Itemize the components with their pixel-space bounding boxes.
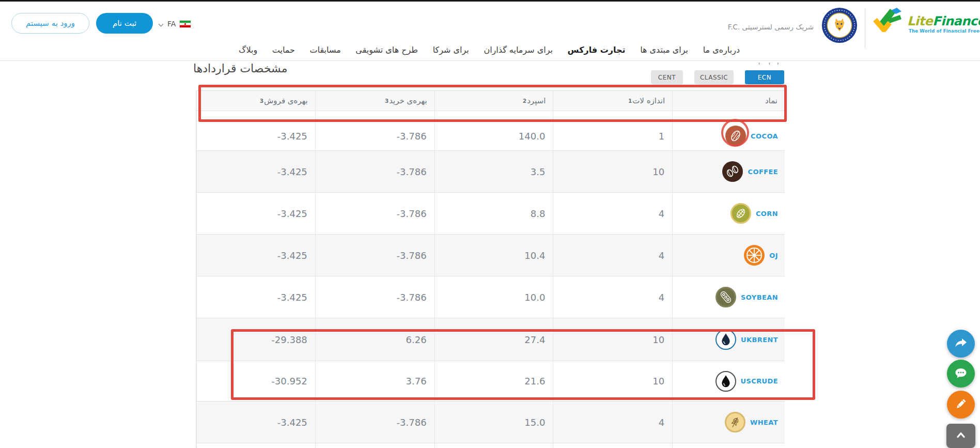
tab-cent[interactable]: CENT <box>651 70 683 84</box>
share-arrow-icon <box>954 336 968 352</box>
swap-sell-cell: -3.425 <box>196 151 315 192</box>
table-row-coffee: COFFEE 10 3.5 -3.786 -3.425 <box>196 150 785 192</box>
logo-tagline: The World of Financial Freedom <box>909 28 980 34</box>
tab-ecn[interactable]: ECN <box>745 70 784 84</box>
nav-item[interactable]: برای مبتدی ها <box>640 45 688 55</box>
account-type-tabs: CENTCLASSICECN <box>651 70 784 84</box>
spread-cell: 21.6 <box>434 361 553 401</box>
login-button[interactable]: ورود به سیستم <box>11 13 89 34</box>
partner-text: شریک رسمی لسترسیتی .F.C <box>728 23 814 31</box>
spread-cell: 8.8 <box>434 193 553 234</box>
litefinance-logo[interactable]: LiteFinance® The World of Financial Free… <box>873 7 971 34</box>
swap-sell-cell: -3.425 <box>196 276 315 318</box>
lot-size-cell: 4 <box>553 193 672 234</box>
header-divider <box>865 8 865 49</box>
oil-drop-navy-icon <box>715 329 736 350</box>
spread-cell: 10.0 <box>434 276 553 318</box>
nav-item-active[interactable]: تجارت فارکس <box>568 45 626 55</box>
symbol-link[interactable]: USCRUDE <box>741 377 779 385</box>
swap-buy-cell: -3.786 <box>315 151 434 192</box>
spread-cell: 140.0 <box>434 121 553 150</box>
swap-sell-cell: -3.425 <box>196 193 315 234</box>
column-header: اسپرد2 <box>434 91 553 111</box>
lot-size-cell: 10 <box>553 151 672 192</box>
symbol-link[interactable]: CORN <box>756 210 778 218</box>
spread-cell: 27.4 <box>434 318 553 361</box>
column-header: نماد <box>672 91 785 111</box>
logo-wordmark: LiteFinance® <box>907 14 980 28</box>
oil-drop-black-icon <box>715 371 736 392</box>
swap-buy-cell: -3.786 <box>315 121 434 150</box>
lot-size-cell: 10 <box>553 361 672 401</box>
symbol-cell: USCRUDE <box>672 361 785 401</box>
symbol-cell: CORN <box>672 193 785 234</box>
nav-item[interactable]: وبلاگ <box>239 45 257 55</box>
chat-bubble-icon <box>954 366 968 382</box>
lot-size-cell: 10 <box>553 318 672 361</box>
soybean-icon <box>715 287 736 307</box>
symbol-cell: COFFEE <box>672 151 785 192</box>
lot-size-cell: 4 <box>553 276 672 318</box>
scroll-top-button[interactable] <box>946 424 975 448</box>
table-header-row: نماداندازه لات1اسپرد2بهره‌ی خرید3بهره‌ی … <box>196 91 785 111</box>
column-header: اندازه لات1 <box>553 91 672 111</box>
lot-size-cell: 4 <box>553 401 672 443</box>
wheat-icon <box>725 412 745 432</box>
spread-cell: 15.0 <box>434 401 553 443</box>
coffee-beans-icon <box>722 161 743 182</box>
table-filter-row <box>196 111 785 121</box>
symbol-link[interactable]: COCOA <box>751 132 778 140</box>
site-header: ورود به سیستم ثبت نام FA شریک رسمی لسترس… <box>0 0 980 61</box>
table-row-partial <box>196 443 785 448</box>
pencil-icon <box>954 397 968 413</box>
edit-button[interactable] <box>947 391 975 419</box>
lot-size-cell: 1 <box>553 121 672 150</box>
nav-item[interactable]: برای شرکا <box>433 45 469 55</box>
window-top-edge <box>0 0 980 2</box>
tab-classic[interactable]: CLASSIC <box>694 70 734 84</box>
main-nav: درباره‌ی مابرای مبتدی هاتجارت فارکسبرای … <box>239 42 740 57</box>
chevron-up-icon <box>954 428 968 444</box>
symbol-link[interactable]: SOYBEAN <box>741 293 778 301</box>
language-selector[interactable]: FA <box>158 19 191 29</box>
symbol-cell: COCOA <box>672 121 785 150</box>
symbol-link[interactable]: WHEAT <box>750 419 778 426</box>
column-header: بهره‌ی فروش3 <box>196 91 315 111</box>
leicester-city-crest-icon <box>821 7 858 44</box>
table-row-uscrude: USCRUDE 10 21.6 3.76 -30.952 <box>196 361 785 401</box>
swap-sell-cell: -3.425 <box>196 235 315 276</box>
table-row-corn: CORN 4 8.8 -3.786 -3.425 <box>196 192 785 234</box>
nav-item[interactable]: حمایت <box>272 45 295 55</box>
table-row-wheat: WHEAT 4 15.0 -3.786 -3.425 <box>196 401 785 443</box>
symbol-link[interactable]: UKBRENT <box>741 336 778 344</box>
register-button[interactable]: ثبت نام <box>96 13 153 34</box>
symbol-cell: OJ <box>672 235 785 276</box>
nav-item[interactable]: برای سرمایه گذاران <box>484 45 553 55</box>
symbol-link[interactable]: COFFEE <box>748 168 778 176</box>
nav-item[interactable]: طرح های تشویقی <box>355 45 418 55</box>
section-title: مشخصات قراردادها <box>193 62 288 75</box>
swap-sell-cell: -29.388 <box>196 318 315 361</box>
swap-sell-cell: -3.425 <box>196 401 315 443</box>
swap-buy-cell: -3.786 <box>315 401 434 443</box>
symbol-cell: UKBRENT <box>672 318 785 361</box>
swap-sell-cell: -30.952 <box>196 361 315 401</box>
orange-slice-icon <box>744 245 765 266</box>
share-button[interactable] <box>947 330 975 358</box>
nav-item[interactable]: درباره‌ی ما <box>703 45 740 55</box>
clipped-heading-fragment: و ابزارهای معاملاتی <box>727 61 785 65</box>
corn-icon <box>730 203 751 224</box>
chevron-down-icon <box>158 19 164 29</box>
column-header: بهره‌ی خرید3 <box>315 91 434 111</box>
table-row-oj: OJ 4 10.4 -3.786 -3.425 <box>196 234 785 276</box>
litefinance-mark-icon <box>873 7 907 34</box>
table-row-cocoa: COCOA 1 140.0 -3.786 -3.425 <box>196 121 785 150</box>
symbol-link[interactable]: OJ <box>769 252 778 259</box>
chat-button[interactable] <box>947 360 975 388</box>
table-row-ukbrent: UKBRENT 10 27.4 6.26 -29.388 <box>196 318 785 361</box>
swap-buy-cell: -3.786 <box>315 276 434 318</box>
nav-item[interactable]: مسابقات <box>310 45 341 55</box>
swap-buy-cell: 3.76 <box>315 361 434 401</box>
spread-cell: 10.4 <box>434 235 553 276</box>
swap-buy-cell: 6.26 <box>315 318 434 361</box>
